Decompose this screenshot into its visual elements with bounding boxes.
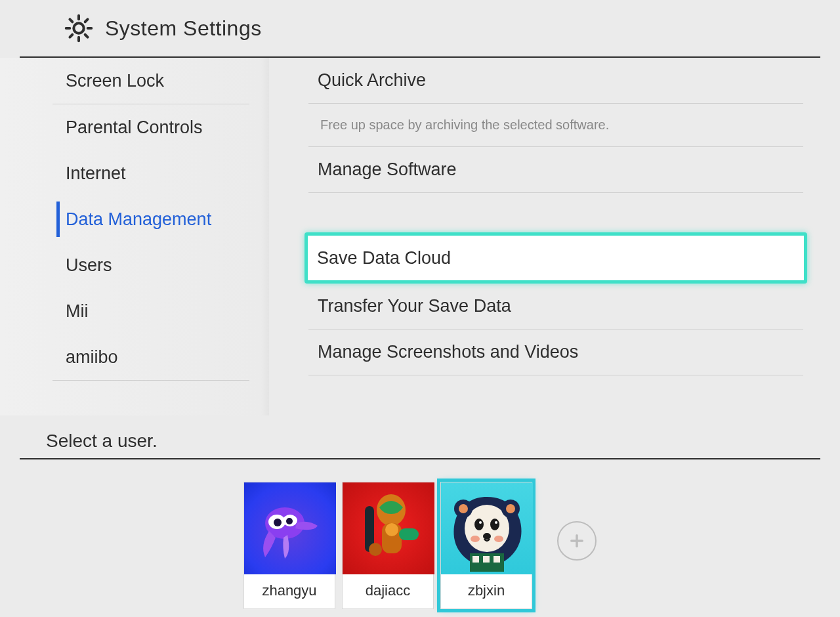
row-save-data-cloud-highlight[interactable]: Save Data Cloud xyxy=(304,232,807,284)
sidebar-item-label: Users xyxy=(66,255,112,276)
svg-rect-34 xyxy=(483,556,490,563)
svg-point-24 xyxy=(506,504,515,513)
sidebar-item-label: Parental Controls xyxy=(66,117,203,138)
svg-line-8 xyxy=(85,19,88,22)
svg-rect-18 xyxy=(399,528,419,540)
avatar-name: dajiacc xyxy=(343,574,433,608)
avatar xyxy=(441,482,533,574)
user-avatar-row: zhangyu dajiacc xyxy=(20,459,820,609)
add-user-button[interactable] xyxy=(557,521,597,561)
sidebar-item-label: Internet xyxy=(66,163,126,184)
row-quick-archive-desc: Free up space by archiving the selected … xyxy=(308,104,803,147)
svg-point-13 xyxy=(286,518,293,524)
svg-point-30 xyxy=(471,536,480,542)
svg-line-6 xyxy=(85,35,88,37)
row-save-data-cloud[interactable]: Save Data Cloud xyxy=(308,236,804,280)
svg-point-26 xyxy=(490,519,499,530)
content-panel: Quick Archive Free up space by archiving… xyxy=(269,58,840,415)
divider xyxy=(52,380,249,381)
avatar xyxy=(244,482,336,574)
row-label: Transfer Your Save Data xyxy=(318,296,511,316)
sidebar-item-mii[interactable]: Mii xyxy=(0,288,269,334)
sidebar-item-label: amiibo xyxy=(66,347,118,368)
row-label: Manage Screenshots and Videos xyxy=(318,342,578,362)
avatar xyxy=(343,482,434,574)
row-label: Manage Software xyxy=(318,160,457,180)
sidebar-item-screen-lock[interactable]: Screen Lock xyxy=(0,58,269,104)
svg-point-31 xyxy=(494,536,503,542)
sidebar-item-label: Mii xyxy=(66,301,89,322)
row-manage-screenshots[interactable]: Manage Screenshots and Videos xyxy=(308,330,803,375)
section-gap xyxy=(308,193,803,232)
avatar-name: zbjxin xyxy=(441,574,532,608)
row-desc-text: Free up space by archiving the selected … xyxy=(320,117,609,133)
plus-icon xyxy=(568,532,586,550)
svg-point-28 xyxy=(495,521,497,524)
user-card-zbjxin[interactable]: zbjxin xyxy=(440,482,532,609)
sidebar-item-label: Screen Lock xyxy=(66,71,164,91)
sidebar-item-internet[interactable]: Internet xyxy=(0,150,269,196)
row-transfer-save-data[interactable]: Transfer Your Save Data xyxy=(308,284,803,330)
svg-point-0 xyxy=(74,23,83,33)
svg-point-25 xyxy=(474,519,484,530)
sidebar-item-data-management[interactable]: Data Management xyxy=(0,196,269,242)
svg-line-7 xyxy=(70,35,72,37)
svg-point-27 xyxy=(479,521,482,524)
sidebar-item-users[interactable]: Users xyxy=(0,242,269,288)
svg-line-5 xyxy=(70,19,72,22)
svg-point-29 xyxy=(483,533,491,540)
gear-icon xyxy=(64,14,93,43)
user-card-zhangyu[interactable]: zhangyu xyxy=(243,482,335,609)
sidebar-item-label: Data Management xyxy=(66,209,211,230)
user-card-dajiacc[interactable]: dajiacc xyxy=(342,482,434,609)
sidebar: Screen Lock Parental Controls Internet D… xyxy=(0,58,269,415)
sidebar-item-parental-controls[interactable]: Parental Controls xyxy=(0,104,269,150)
svg-rect-33 xyxy=(472,556,479,563)
select-user-prompt: Select a user. xyxy=(20,416,820,459)
header: System Settings xyxy=(20,0,820,58)
row-label: Quick Archive xyxy=(318,70,426,91)
row-quick-archive[interactable]: Quick Archive xyxy=(308,58,803,104)
avatar-name: zhangyu xyxy=(244,574,335,608)
svg-point-12 xyxy=(274,519,282,526)
row-label: Save Data Cloud xyxy=(317,248,451,268)
page-title: System Settings xyxy=(105,16,262,41)
svg-point-19 xyxy=(369,543,382,556)
svg-rect-35 xyxy=(494,556,500,563)
row-manage-software[interactable]: Manage Software xyxy=(308,147,803,193)
svg-point-16 xyxy=(385,523,398,536)
svg-point-23 xyxy=(459,504,468,513)
sidebar-item-amiibo[interactable]: amiibo xyxy=(0,334,269,380)
